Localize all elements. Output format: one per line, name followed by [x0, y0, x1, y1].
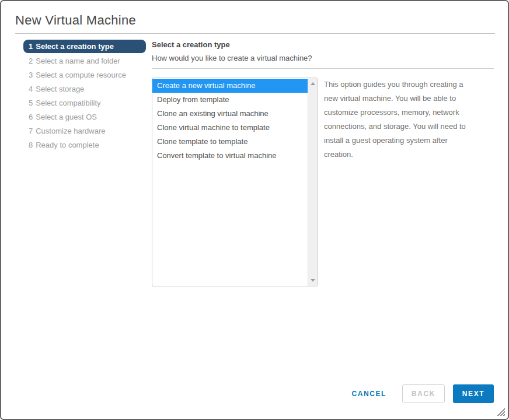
next-button[interactable]: NEXT [453, 384, 494, 403]
scroll-down-icon[interactable] [311, 279, 315, 282]
dialog-title: New Virtual Machine [15, 13, 136, 28]
step-select-compute-resource[interactable]: 3 Select a compute resource [23, 68, 146, 82]
description-line: connections, and storage. You will need … [324, 120, 502, 134]
creation-type-options: Create a new virtual machine Deploy from… [152, 78, 308, 163]
step-select-guest-os[interactable]: 6 Select a guest OS [23, 110, 146, 124]
option-convert-template-to-vm[interactable]: Convert template to virtual machine [152, 149, 308, 163]
step-label: Select compatibility [36, 99, 100, 107]
step-label: Select a compute resource [36, 71, 126, 79]
step-ready-to-complete[interactable]: 8 Ready to complete [23, 138, 146, 152]
step-number: 2 [29, 57, 33, 65]
page-subtitle: How would you like to create a virtual m… [152, 54, 312, 62]
option-deploy-from-template[interactable]: Deploy from template [152, 93, 308, 107]
description-line: creation. [324, 148, 502, 162]
step-select-storage[interactable]: 4 Select storage [23, 82, 146, 96]
step-number: 7 [29, 127, 33, 135]
option-clone-vm-to-template[interactable]: Clone virtual machine to template [152, 121, 308, 135]
step-number: 4 [29, 85, 33, 93]
step-label: Customize hardware [36, 127, 105, 135]
description-line: install a guest operating system after [324, 134, 502, 148]
title-divider [15, 33, 495, 34]
step-label: Select a creation type [36, 42, 114, 51]
step-label: Select a guest OS [36, 113, 97, 121]
listbox-scrollbar[interactable] [308, 78, 318, 286]
back-button[interactable]: BACK [402, 384, 445, 403]
option-description: This option guides you through creating … [324, 78, 502, 162]
step-number: 5 [29, 99, 33, 107]
resize-grip-icon[interactable] [497, 408, 505, 416]
step-select-name-and-folder[interactable]: 2 Select a name and folder [23, 54, 146, 68]
description-line: This option guides you through creating … [324, 78, 502, 92]
description-line: customize processors, memory, network [324, 106, 502, 120]
creation-type-listbox: Create a new virtual machine Deploy from… [152, 78, 318, 286]
page-title: Select a creation type [152, 40, 230, 49]
new-virtual-machine-dialog: New Virtual Machine 1 Select a creation … [0, 0, 509, 420]
step-number: 1 [29, 42, 33, 51]
step-label: Select a name and folder [36, 57, 120, 65]
step-customize-hardware[interactable]: 7 Customize hardware [23, 124, 146, 138]
step-number: 6 [29, 113, 33, 121]
cancel-button[interactable]: CANCEL [351, 390, 386, 398]
step-label: Ready to complete [36, 141, 99, 149]
step-select-compatibility[interactable]: 5 Select compatibility [23, 96, 146, 110]
wizard-step-list: 1 Select a creation type 2 Select a name… [23, 40, 146, 152]
step-select-creation-type[interactable]: 1 Select a creation type [23, 40, 146, 53]
content-divider [152, 68, 494, 69]
dialog-footer: CANCEL BACK NEXT [351, 384, 494, 403]
step-number: 8 [29, 141, 33, 149]
option-clone-existing-vm[interactable]: Clone an existing virtual machine [152, 107, 308, 121]
option-clone-template-to-template[interactable]: Clone template to template [152, 135, 308, 149]
step-number: 3 [29, 71, 33, 79]
option-create-new-vm[interactable]: Create a new virtual machine [152, 79, 308, 93]
description-line: new virtual machine. You will be able to [324, 92, 502, 106]
scroll-up-icon[interactable] [311, 82, 315, 85]
step-label: Select storage [36, 85, 84, 93]
